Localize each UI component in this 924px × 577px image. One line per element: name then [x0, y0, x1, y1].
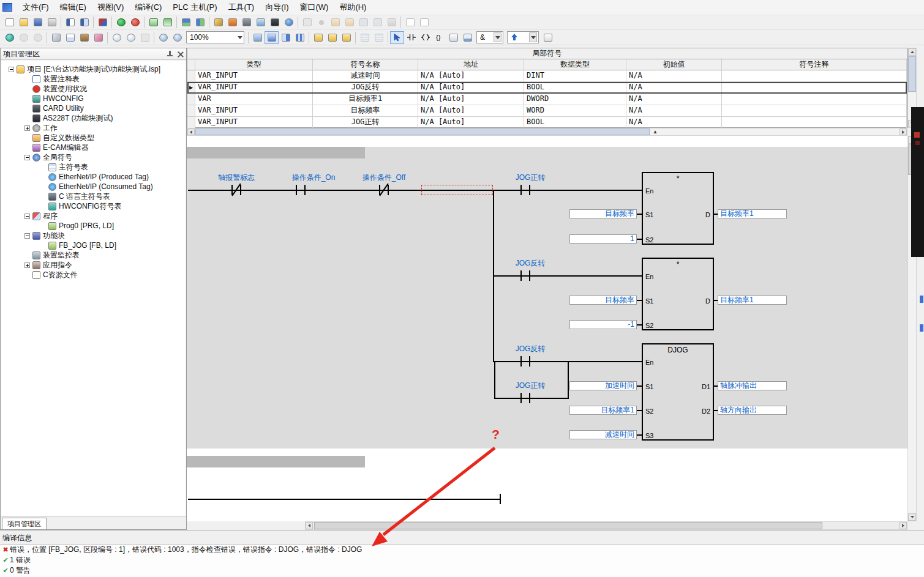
tree-item-hwconfig[interactable]: HWCONFIG [1, 94, 186, 103]
col-datatype[interactable]: 数据类型 [524, 59, 626, 70]
tree-item-device-monitor-table[interactable]: 装置监控表 [1, 250, 186, 260]
operand-const-1[interactable]: 1 [569, 234, 637, 244]
zoom-out-button[interactable] [170, 31, 184, 44]
cell-type[interactable]: VAR_INPUT [195, 105, 313, 117]
rotate-back-button[interactable] [342, 16, 356, 29]
collapse-expander-icon[interactable] [24, 233, 30, 239]
cell-comment[interactable] [722, 105, 907, 117]
nav-forward-button[interactable] [31, 31, 45, 44]
blank-box-2[interactable] [417, 16, 431, 29]
cell-address[interactable]: N/A [Auto] [418, 82, 524, 94]
compile-run-button[interactable] [114, 16, 128, 29]
tree-item-enetip-produced[interactable]: EtherNet/IP (Produced Tag) [1, 172, 186, 182]
no-contact-jog-fwd-2[interactable] [520, 393, 530, 403]
ladder-editor[interactable]: 轴报警标志 操作条件_On 操作条件_Off JOG正转 JOG反转 JOG反转… [187, 136, 907, 521]
scroll-right-icon[interactable] [900, 522, 907, 529]
monitor-off-button[interactable] [372, 31, 386, 44]
manual-book-button[interactable] [225, 16, 239, 29]
pin-icon[interactable] [167, 51, 173, 58]
memory-card-button[interactable] [268, 16, 282, 29]
monitor-on-button[interactable] [358, 31, 372, 44]
no-contact-jog-rev-2[interactable] [520, 356, 530, 367]
cell-initial[interactable]: N/A [626, 70, 722, 82]
col-initial[interactable]: 初始值 [626, 59, 722, 70]
compile-summary-warnings[interactable]: ✔ 0 警告 [0, 565, 924, 576]
cell-datatype[interactable]: DWORD [524, 94, 626, 105]
symbol-row[interactable]: VAR_INPUT JOG正转 N/A [Auto] BOOL N/A [187, 117, 907, 128]
locate-button[interactable] [138, 31, 152, 44]
rotate-forward-button[interactable] [328, 16, 342, 29]
paste-button[interactable] [77, 31, 91, 44]
network-globe-button[interactable] [282, 16, 296, 29]
tree-item-function-blocks[interactable]: 功能块 [1, 231, 186, 240]
link-chain2-button[interactable] [370, 16, 385, 29]
cell-address[interactable]: N/A [Auto] [418, 105, 524, 117]
monitor-button[interactable] [254, 16, 268, 29]
scroll-up-icon[interactable] [908, 48, 916, 56]
tree-item-prog0[interactable]: Prog0 [PRG, LD] [1, 221, 186, 231]
cell-name[interactable]: 减速时间 [313, 70, 418, 82]
tree-item-c-symbol-table[interactable]: C 语言主符号表 [1, 192, 186, 201]
insert-coil-button[interactable] [418, 31, 432, 44]
tile-horizontal-button[interactable] [179, 16, 193, 29]
compile-stop-button[interactable] [128, 16, 142, 29]
operand-target-freq1-out[interactable]: 目标频率1 [718, 296, 787, 305]
tree-item-tasks[interactable]: 工作 [1, 123, 186, 133]
cell-initial[interactable]: N/A [626, 117, 722, 128]
scroll-down-icon[interactable] [908, 513, 916, 521]
function-block-mul-2[interactable]: * En S1 S2 D [642, 258, 714, 330]
contact-label[interactable]: JOG正转 [490, 381, 570, 391]
no-contact-jog-rev[interactable] [520, 270, 530, 281]
menu-compile[interactable]: 编译(C) [129, 0, 167, 15]
cut-button[interactable] [49, 31, 63, 44]
no-contact-cond-on[interactable] [296, 185, 306, 195]
cell-datatype[interactable]: WORD [524, 105, 626, 117]
cell-datatype[interactable]: BOOL [524, 117, 626, 128]
menu-help[interactable]: 帮助(H) [334, 0, 372, 15]
ladder-hscrollbar[interactable] [305, 521, 907, 530]
tree-item-project-root[interactable]: 项目 [E:\台达\功能块测试\功能块测试.isp] [1, 64, 186, 74]
tree-item-main-symbol-table[interactable]: 主符号表 [1, 162, 186, 172]
nav-stop-button[interactable] [17, 31, 31, 44]
menu-edit[interactable]: 编辑(E) [54, 0, 92, 15]
collapse-expander-icon[interactable] [24, 214, 30, 219]
insert-network-button[interactable] [460, 31, 475, 44]
nc-contact-alarm[interactable] [231, 185, 241, 195]
window-split-left-icon[interactable] [63, 16, 77, 29]
operand-axis-pulse-out[interactable]: 轴脉冲输出 [718, 381, 787, 390]
tree-item-hwconfig-symbols[interactable]: HWCONFIG符号表 [1, 201, 186, 211]
find-button[interactable] [110, 31, 124, 44]
ladder-view-button[interactable] [265, 31, 279, 44]
tab-project-manager[interactable]: 项目管理区 [2, 518, 47, 529]
tree-item-programs[interactable]: 程序 [1, 211, 186, 221]
new-file-button[interactable] [2, 16, 17, 29]
symbol-row[interactable]: VAR_INPUT 减速时间 N/A [Auto] DINT N/A [187, 70, 907, 82]
cell-type[interactable]: VAR [195, 94, 313, 105]
col-name[interactable]: 符号名称 [313, 59, 418, 70]
bookmark-clear-button[interactable] [339, 31, 353, 44]
cell-initial[interactable]: N/A [626, 82, 722, 94]
grid-view-button[interactable] [293, 31, 307, 44]
tree-item-plc-model[interactable]: AS228T (功能块测试) [1, 113, 186, 123]
cell-type[interactable]: VAR_INPUT [195, 70, 313, 82]
window-split-grid-icon[interactable] [77, 16, 91, 29]
select-cursor-button[interactable] [390, 31, 404, 44]
expand-icon[interactable] [24, 262, 30, 268]
help-book-button[interactable] [96, 16, 110, 29]
expand-icon[interactable] [24, 125, 30, 131]
function-block-djog[interactable]: DJOG En S1 S2 S3 D1 D2 [642, 343, 714, 441]
col-type[interactable]: 类型 [195, 59, 313, 70]
copy-button[interactable] [63, 31, 77, 44]
scroll-thumb[interactable] [195, 128, 650, 135]
col-address[interactable]: 地址 [418, 59, 524, 70]
cell-address[interactable]: N/A [Auto] [418, 94, 524, 105]
cell-datatype[interactable]: DINT [524, 70, 626, 82]
cell-type[interactable]: VAR_INPUT [195, 117, 313, 128]
link-chain-button[interactable] [356, 16, 370, 29]
comment-edit-button[interactable] [541, 31, 555, 44]
operand-decel-time[interactable]: 减速时间 [569, 430, 637, 439]
cell-address[interactable]: N/A [Auto] [418, 117, 524, 128]
scroll-thumb[interactable] [908, 56, 916, 92]
save-button[interactable] [31, 16, 45, 29]
contact-label[interactable]: 轴报警标志 [197, 173, 276, 183]
